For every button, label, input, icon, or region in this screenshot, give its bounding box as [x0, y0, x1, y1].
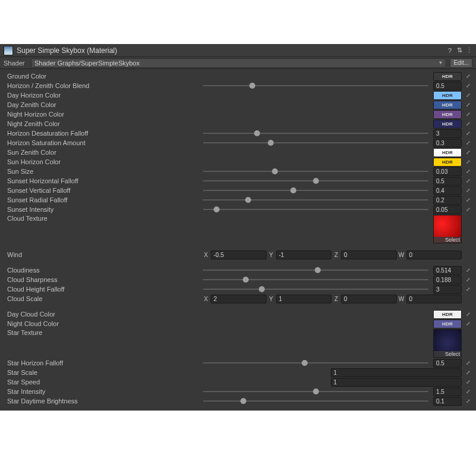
vector-x-field[interactable]: -0.5	[211, 250, 267, 259]
expand-icon[interactable]: ⤢	[464, 320, 472, 328]
select-button[interactable]: Select	[434, 351, 461, 357]
expand-icon[interactable]: ⤢	[464, 387, 472, 396]
axis-z-label: Z	[333, 252, 339, 258]
value-field[interactable]: 0.5	[433, 82, 462, 90]
prop-label: Cloud Scale	[7, 295, 201, 302]
value-field[interactable]: 0.2	[433, 196, 462, 205]
slider[interactable]	[203, 139, 428, 147]
prop-label: Star Scale	[7, 369, 201, 376]
value-field[interactable]: 0.1	[433, 397, 462, 406]
vector-y-field[interactable]: 1	[276, 295, 332, 303]
prop-label: Night Zenith Color	[7, 120, 201, 127]
expand-icon[interactable]: ⤢	[464, 275, 472, 284]
prop-label: Day Cloud Color	[7, 311, 201, 318]
color-swatch[interactable]: HDR	[433, 91, 462, 100]
vector-z-field[interactable]: 0	[341, 295, 397, 303]
slider[interactable]	[203, 387, 428, 396]
slider[interactable]	[203, 167, 428, 176]
expand-icon[interactable]: ⤢	[464, 72, 472, 81]
texture-slot-star[interactable]: Select	[433, 329, 462, 358]
axis-w-label: W	[399, 296, 405, 302]
expand-icon[interactable]: ⤢	[464, 158, 472, 167]
menu-icon[interactable]: ⋮	[465, 47, 472, 54]
shader-label: Shader	[4, 60, 27, 67]
slider[interactable]	[203, 196, 428, 204]
value-field[interactable]: 0.03	[433, 167, 462, 176]
expand-icon[interactable]: ⤢	[464, 120, 472, 129]
slider[interactable]	[203, 129, 428, 137]
shader-dropdown[interactable]: Shader Graphs/SuperSimpleSkybox ▼	[31, 58, 446, 68]
value-field[interactable]: 0.514	[433, 266, 462, 275]
value-field[interactable]: 0.05	[433, 205, 462, 214]
prop-label: Star Daytime Brightness	[7, 397, 201, 405]
color-swatch[interactable]: HDR	[433, 110, 462, 119]
expand-icon[interactable]: ⤢	[464, 139, 472, 148]
slider[interactable]	[203, 285, 428, 293]
expand-icon[interactable]: ⤢	[464, 285, 472, 294]
expand-icon[interactable]: ⤢	[464, 310, 472, 319]
expand-icon[interactable]: ⤢	[464, 266, 472, 275]
vector-w-field[interactable]: 0	[406, 250, 462, 259]
value-field[interactable]: 0.188	[433, 275, 462, 284]
color-swatch[interactable]: HDR	[433, 320, 462, 328]
select-button[interactable]: Select	[434, 237, 461, 243]
color-swatch[interactable]: HDR	[433, 158, 462, 167]
value-field[interactable]: 1	[331, 368, 462, 377]
expand-icon[interactable]: ⤢	[464, 186, 472, 195]
color-swatch[interactable]: HDR	[433, 101, 462, 109]
slider[interactable]	[203, 186, 428, 195]
slider[interactable]	[203, 82, 428, 90]
expand-icon[interactable]: ⤢	[464, 397, 472, 406]
prop-label: Cloud Texture	[7, 215, 201, 222]
color-swatch[interactable]: HDR	[433, 148, 462, 157]
axis-y-label: Y	[268, 296, 274, 302]
value-field[interactable]: 0.5	[433, 359, 462, 368]
value-field[interactable]: 1.5	[433, 387, 462, 396]
prop-label: Cloud Sharpness	[7, 276, 201, 283]
expand-icon[interactable]: ⤢	[464, 91, 472, 100]
expand-icon[interactable]: ⤢	[464, 148, 472, 157]
texture-slot-cloud[interactable]: Select	[433, 215, 462, 243]
help-icon[interactable]: ?	[446, 47, 453, 54]
value-field[interactable]: 0.4	[433, 186, 462, 195]
expand-icon[interactable]: ⤢	[464, 129, 472, 138]
shader-row: Shader Shader Graphs/SuperSimpleSkybox ▼…	[0, 57, 476, 69]
value-field[interactable]: 3	[433, 285, 462, 294]
vector-z-field[interactable]: 0	[341, 250, 397, 259]
slider[interactable]	[203, 359, 428, 367]
value-field[interactable]: 0.3	[433, 139, 462, 148]
vector-y-field[interactable]: -1	[276, 250, 332, 259]
color-swatch[interactable]: HDR	[433, 120, 462, 129]
slider[interactable]	[203, 275, 428, 284]
expand-icon[interactable]: ⤢	[464, 378, 472, 387]
axis-z-label: Z	[333, 296, 339, 302]
expand-icon[interactable]: ⤢	[464, 196, 472, 205]
slider[interactable]	[203, 397, 428, 405]
prop-label: Ground Color	[7, 73, 201, 80]
vector-x-field[interactable]: 2	[211, 295, 267, 303]
slider[interactable]	[203, 266, 428, 274]
expand-icon[interactable]: ⤢	[464, 82, 472, 90]
value-field[interactable]: 0.5	[433, 177, 462, 186]
expand-icon[interactable]: ⤢	[464, 167, 472, 176]
edit-button[interactable]: Edit...	[450, 58, 472, 68]
expand-icon[interactable]: ⤢	[464, 110, 472, 119]
expand-icon[interactable]: ⤢	[464, 368, 472, 377]
vector-w-field[interactable]: 0	[406, 295, 462, 303]
color-swatch-ground[interactable]: HDR	[433, 72, 462, 81]
expand-icon[interactable]: ⤢	[464, 101, 472, 109]
color-swatch[interactable]: HDR	[433, 310, 462, 319]
expand-icon[interactable]: ⤢	[464, 205, 472, 214]
expand-icon[interactable]: ⤢	[464, 177, 472, 186]
expand-icon[interactable]: ⤢	[464, 359, 472, 368]
slider[interactable]	[203, 177, 428, 185]
prop-label: Sun Zenith Color	[7, 149, 201, 156]
prop-label: Star Speed	[7, 378, 201, 386]
value-field[interactable]: 3	[433, 129, 462, 138]
preset-icon[interactable]: ⇅	[456, 47, 463, 54]
prop-label: Sun Horizon Color	[7, 158, 201, 165]
value-field[interactable]: 1	[331, 378, 462, 387]
material-header: Super Simple Skybox (Material) ? ⇅ ⋮	[0, 44, 476, 57]
slider[interactable]	[203, 205, 428, 214]
prop-label: Sunset Intensity	[7, 206, 201, 213]
